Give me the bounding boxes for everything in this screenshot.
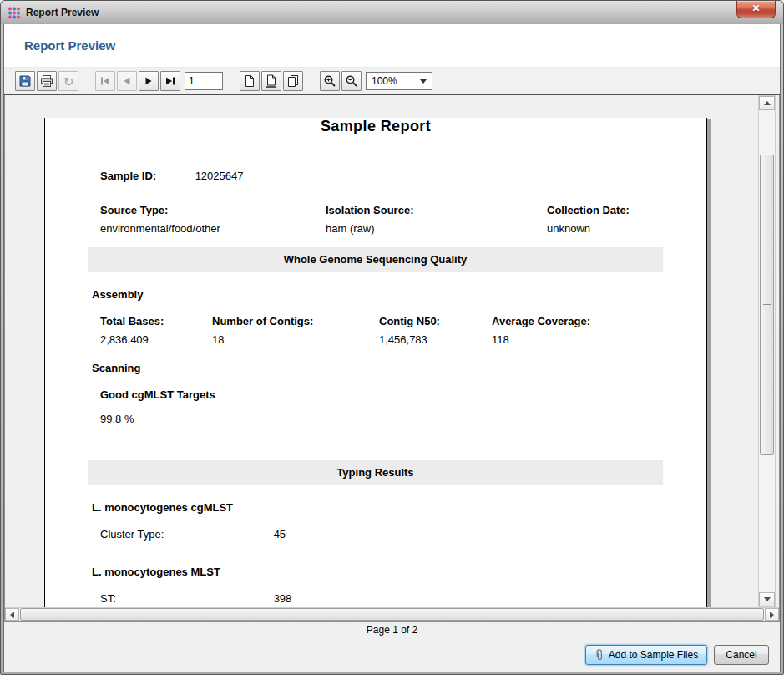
fit-width-icon bbox=[265, 74, 278, 88]
refresh-button[interactable]: ↻ bbox=[58, 71, 78, 91]
last-page-button[interactable] bbox=[160, 71, 180, 91]
sample-id-row: Sample ID: 12025647 bbox=[100, 170, 706, 182]
wgs-section-header: Whole Genome Sequencing Quality bbox=[88, 247, 663, 272]
collection-date-field: Collection Date: unknown bbox=[547, 204, 630, 235]
collection-date-label: Collection Date: bbox=[547, 204, 630, 216]
close-icon: ✕ bbox=[751, 3, 760, 14]
st-label: ST: bbox=[100, 592, 271, 605]
next-page-button[interactable] bbox=[139, 71, 159, 91]
scroll-up-button[interactable] bbox=[759, 96, 775, 110]
toolbar: ↻ bbox=[4, 68, 780, 95]
cluster-type-label: Cluster Type: bbox=[100, 528, 271, 541]
source-type-field: Source Type: environmental/food/other bbox=[100, 204, 326, 235]
source-type-label: Source Type: bbox=[100, 204, 326, 216]
arrow-down-icon bbox=[764, 597, 771, 601]
good-cgmlst-targets-value: 99.8 % bbox=[100, 413, 706, 425]
arrow-up-icon bbox=[764, 101, 771, 105]
zoom-out-button[interactable] bbox=[341, 71, 362, 91]
save-icon bbox=[18, 74, 32, 88]
next-page-icon bbox=[142, 74, 155, 88]
collection-date-value: unknown bbox=[547, 222, 590, 235]
report-page: Sample Report Sample ID: 12025647 Source… bbox=[44, 118, 707, 607]
contig-n50-label: Contig N50: bbox=[379, 315, 492, 327]
contig-n50-value: 1,456,783 bbox=[379, 333, 427, 346]
page-title: Report Preview bbox=[24, 38, 115, 53]
first-page-icon bbox=[99, 74, 112, 88]
fit-width-view-button[interactable] bbox=[261, 71, 281, 91]
print-icon bbox=[40, 74, 53, 88]
isolation-source-value: ham (raw) bbox=[326, 222, 375, 235]
sample-info-row: Source Type: environmental/food/other Is… bbox=[45, 204, 706, 235]
typing-section-header: Typing Results bbox=[88, 460, 663, 485]
previous-page-button[interactable] bbox=[117, 71, 137, 91]
arrow-left-icon bbox=[10, 612, 14, 618]
footer: Add to Sample Files Cancel bbox=[4, 638, 780, 672]
vertical-scrollbar[interactable] bbox=[758, 95, 776, 607]
close-button[interactable]: ✕ bbox=[736, 1, 776, 18]
total-bases-value: 2,836,409 bbox=[100, 333, 149, 346]
average-coverage-field: Average Coverage: 118 bbox=[492, 315, 590, 346]
scrollbar-grip-icon bbox=[763, 302, 771, 308]
page-viewport: Sample Report Sample ID: 12025647 Source… bbox=[5, 95, 756, 607]
st-value: 398 bbox=[274, 592, 292, 605]
save-button[interactable] bbox=[15, 71, 35, 91]
horizontal-scrollbar[interactable] bbox=[5, 607, 779, 621]
vertical-scrollbar-thumb[interactable] bbox=[760, 155, 774, 455]
scroll-right-button[interactable] bbox=[765, 608, 779, 621]
single-page-view-button[interactable] bbox=[240, 71, 260, 91]
isolation-source-field: Isolation Source: ham (raw) bbox=[326, 204, 547, 235]
scroll-left-button[interactable] bbox=[5, 608, 19, 621]
add-to-sample-files-label: Add to Sample Files bbox=[609, 649, 698, 661]
st-row: ST: 398 bbox=[100, 592, 706, 605]
status-bar: Page 1 of 2 bbox=[4, 622, 780, 638]
single-page-icon bbox=[243, 74, 256, 88]
cgmlst-group-heading: L. monocytogenes cgMLST bbox=[92, 501, 706, 514]
report-preview-pane: Sample Report Sample ID: 12025647 Source… bbox=[4, 95, 780, 622]
contig-n50-field: Contig N50: 1,456,783 bbox=[379, 315, 492, 346]
window-body: Report Preview bbox=[4, 24, 780, 672]
multi-page-view-button[interactable] bbox=[283, 71, 303, 91]
scroll-down-button[interactable] bbox=[759, 592, 775, 606]
paperclip-icon bbox=[594, 649, 604, 662]
total-bases-field: Total Bases: 2,836,409 bbox=[100, 315, 212, 346]
zoom-out-icon bbox=[345, 74, 358, 88]
zoom-level-value: 100% bbox=[372, 75, 397, 87]
assembly-metrics-row: Total Bases: 2,836,409 Number of Contigs… bbox=[100, 315, 706, 346]
page-status: Page 1 of 2 bbox=[367, 624, 417, 636]
title-bar[interactable]: Report Preview ✕ bbox=[1, 1, 783, 24]
isolation-source-label: Isolation Source: bbox=[326, 204, 547, 216]
mlst-group-heading: L. monocytogenes MLST bbox=[92, 566, 706, 578]
header: Report Preview bbox=[4, 24, 780, 68]
average-coverage-label: Average Coverage: bbox=[492, 315, 590, 327]
horizontal-scrollbar-thumb[interactable] bbox=[20, 608, 764, 621]
cluster-type-row: Cluster Type: 45 bbox=[100, 528, 706, 541]
arrow-right-icon bbox=[770, 612, 774, 618]
good-cgmlst-targets-label: Good cgMLST Targets bbox=[100, 388, 706, 401]
print-button[interactable] bbox=[37, 71, 57, 91]
scanning-heading: Scanning bbox=[92, 362, 706, 374]
page-number-input[interactable] bbox=[185, 72, 223, 90]
report-preview-window: Report Preview ✕ Report Preview bbox=[0, 0, 784, 675]
number-of-contigs-label: Number of Contigs: bbox=[212, 315, 379, 327]
first-page-button[interactable] bbox=[95, 71, 115, 91]
average-coverage-value: 118 bbox=[492, 333, 509, 346]
add-to-sample-files-button[interactable]: Add to Sample Files bbox=[585, 645, 707, 665]
previous-page-icon bbox=[120, 74, 134, 88]
multi-page-icon bbox=[286, 74, 300, 88]
source-type-value: environmental/food/other bbox=[100, 222, 220, 235]
zoom-in-icon bbox=[323, 74, 336, 88]
cancel-label: Cancel bbox=[726, 649, 756, 661]
zoom-level-dropdown[interactable]: 100% bbox=[366, 72, 432, 90]
assembly-heading: Assembly bbox=[92, 288, 706, 301]
total-bases-label: Total Bases: bbox=[100, 315, 212, 327]
cancel-button[interactable]: Cancel bbox=[714, 645, 769, 665]
number-of-contigs-field: Number of Contigs: 18 bbox=[212, 315, 379, 346]
report-title: Sample Report bbox=[45, 118, 706, 135]
cluster-type-value: 45 bbox=[274, 528, 286, 541]
window-title: Report Preview bbox=[26, 7, 99, 18]
sample-id-label: Sample ID: bbox=[100, 170, 192, 182]
chevron-down-icon bbox=[420, 79, 427, 84]
zoom-in-button[interactable] bbox=[320, 71, 340, 91]
last-page-icon bbox=[164, 74, 177, 88]
app-icon bbox=[8, 6, 21, 19]
